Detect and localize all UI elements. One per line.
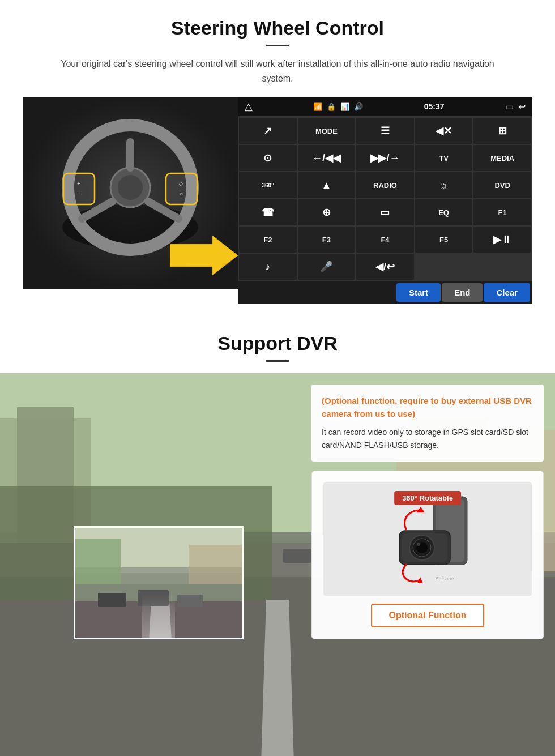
steering-section: Steering Wheel Control Your original car…	[0, 0, 555, 315]
svg-rect-7	[63, 173, 95, 204]
dvd-button[interactable]: DVD	[473, 172, 531, 198]
prev-track-button[interactable]: ◀/↩	[356, 254, 414, 280]
signal-icon: 📊	[340, 102, 349, 111]
f2-button[interactable]: F2	[239, 227, 297, 253]
control-panel: △ 📶 🔒 📊 🔊 05:37 ▭ ↩ ↗ MODE ☰	[238, 97, 532, 304]
svg-rect-30	[75, 601, 244, 639]
back-icon[interactable]: ↩	[518, 101, 526, 112]
control-button-grid: ↗ MODE ☰ ◀✕ ⊞ ⊙ ←/◀◀ ▶▶/→ TV MEDIA 360° …	[238, 117, 532, 281]
next-button[interactable]: ▶▶/→	[356, 145, 414, 171]
prev-button[interactable]: ←/◀◀	[298, 145, 356, 171]
dvr-thumbnail-image	[74, 526, 244, 639]
rotatable-badge: 360° Rotatable	[394, 491, 461, 505]
lock-icon: 🔒	[327, 102, 336, 111]
dvr-optional-note: (Optional function, require to buy exter…	[322, 395, 533, 420]
eq-button[interactable]: EQ	[415, 199, 473, 225]
radio-button[interactable]: RADIO	[356, 172, 414, 198]
top-right-controls: ▭ ↩	[505, 101, 526, 112]
menu-button[interactable]: ☰	[356, 118, 414, 144]
f4-button[interactable]: F4	[356, 227, 414, 253]
camera-svg-illustration: Seicane	[371, 491, 484, 587]
svg-text:○: ○	[180, 191, 183, 197]
steering-bg: + − ◇ ○	[23, 97, 238, 289]
camera-image-area: 360° Rotatable	[323, 482, 532, 596]
f1-button[interactable]: F1	[473, 199, 531, 225]
steering-description: Your original car's steering wheel contr…	[51, 57, 504, 86]
svg-rect-33	[75, 539, 121, 584]
screen-button[interactable]: ▭	[356, 199, 414, 225]
play-pause-button[interactable]: ▶⏸	[473, 227, 531, 253]
brightness-button[interactable]: ☼	[415, 172, 473, 198]
svg-text:−: −	[77, 191, 80, 197]
phone-button[interactable]: ☎	[239, 199, 297, 225]
settings-button[interactable]: ⊙	[239, 145, 297, 171]
svg-text:+: +	[77, 181, 80, 187]
steering-title: Steering Wheel Control	[23, 17, 532, 39]
steering-content-area: + − ◇ ○ △ 📶 🔒 📊	[23, 97, 532, 304]
clear-button[interactable]: Clear	[484, 283, 530, 302]
mode-button[interactable]: MODE	[298, 118, 356, 144]
optional-function-button[interactable]: Optional Function	[371, 604, 485, 627]
svg-marker-18	[261, 600, 294, 756]
camera-product-box: 360° Rotatable	[311, 471, 544, 639]
top-icons: 📶 🔒 📊 🔊	[313, 102, 363, 111]
dvr-main-content: (Optional function, require to buy exter…	[0, 373, 555, 756]
music-button[interactable]: ♪	[239, 254, 297, 280]
wifi-icon: 📶	[313, 102, 322, 111]
mic-button[interactable]: 🎤	[298, 254, 356, 280]
end-button[interactable]: End	[442, 283, 483, 302]
svg-rect-34	[189, 545, 244, 584]
svg-rect-8	[166, 173, 197, 204]
svg-marker-31	[149, 590, 172, 639]
start-button[interactable]: Start	[396, 283, 441, 302]
clock-display: 05:37	[424, 102, 445, 111]
mute-button[interactable]: ◀✕	[415, 118, 473, 144]
panel-bottom-controls: Start End Clear	[238, 281, 532, 304]
media-button[interactable]: MEDIA	[473, 145, 531, 171]
dvr-header: Support DVR	[0, 315, 555, 373]
audio-icon: 🔊	[354, 102, 363, 111]
dvr-title-divider	[266, 360, 289, 362]
svg-rect-37	[177, 595, 203, 607]
home-icon[interactable]: △	[245, 100, 253, 113]
title-divider	[266, 45, 289, 46]
steering-image: + − ◇ ○	[23, 97, 238, 289]
dvr-section: Support DVR	[0, 315, 555, 756]
svg-point-3	[118, 175, 143, 200]
tv-button[interactable]: TV	[415, 145, 473, 171]
svg-text:Seicane: Seicane	[436, 576, 454, 582]
window-icon[interactable]: ▭	[505, 101, 514, 112]
thumbnail-scene	[75, 528, 244, 639]
360cam-button[interactable]: 360°	[239, 172, 297, 198]
panel-status-bar: △ 📶 🔒 📊 🔊 05:37 ▭ ↩	[238, 97, 532, 117]
svg-marker-13	[170, 236, 238, 275]
internet-button[interactable]: ⊕	[298, 199, 356, 225]
eject-button[interactable]: ▲	[298, 172, 356, 198]
apps-button[interactable]: ⊞	[473, 118, 531, 144]
f5-button[interactable]: F5	[415, 227, 473, 253]
svg-point-45	[417, 543, 420, 546]
yellow-arrow	[170, 233, 238, 278]
svg-text:◇: ◇	[179, 181, 183, 187]
dvr-description: It can record video only to storage in G…	[322, 426, 533, 451]
svg-rect-36	[138, 590, 169, 606]
svg-rect-35	[98, 593, 126, 607]
f3-button[interactable]: F3	[298, 227, 356, 253]
nav-button[interactable]: ↗	[239, 118, 297, 144]
dvr-info-panel: (Optional function, require to buy exter…	[300, 373, 555, 756]
dvr-info-text-box: (Optional function, require to buy exter…	[311, 385, 544, 462]
dvr-title: Support DVR	[23, 332, 532, 354]
